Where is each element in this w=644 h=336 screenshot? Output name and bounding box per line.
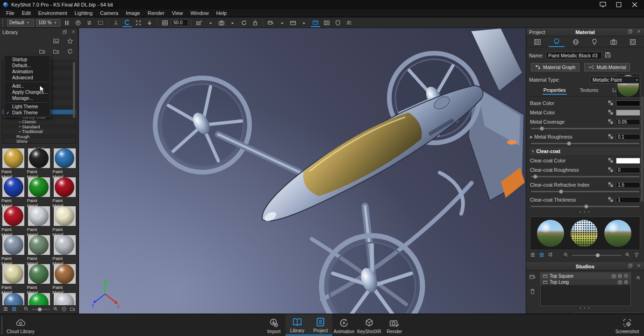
clearcoat-section-header[interactable]: ▾ Clear-coat — [530, 147, 640, 155]
toolbar-drag-handle[interactable] — [2, 19, 4, 27]
prev-studio-icon[interactable]: ◂ — [277, 19, 286, 27]
list-view-icon[interactable] — [3, 306, 8, 313]
brightness-field[interactable] — [172, 19, 188, 26]
splitter-handle[interactable]: • • • — [526, 306, 644, 310]
tree-item-rough[interactable]: Rough — [2, 134, 76, 139]
clearcoat-ri-field[interactable] — [616, 182, 640, 188]
menu-window[interactable]: Window — [187, 10, 212, 16]
preset-dropdown[interactable]: Default▾ — [7, 19, 34, 27]
save-material-icon[interactable] — [604, 51, 611, 59]
menu-camera[interactable]: Camera — [97, 10, 122, 16]
menu-edit[interactable]: Edit — [19, 10, 34, 16]
texture-map-icon[interactable] — [608, 119, 614, 126]
tree-item-classic[interactable]: ▸Classic — [2, 119, 76, 124]
material-thumb[interactable]: Paint Metal... — [52, 206, 77, 235]
upload-cloud-icon[interactable] — [61, 306, 67, 313]
tab-lighting-icon[interactable] — [587, 36, 602, 47]
metal-coverage-field[interactable] — [616, 119, 640, 125]
menu-lighting[interactable]: Lighting — [71, 10, 96, 16]
thumbnail-size-slider[interactable] — [32, 309, 50, 310]
material-graph-button[interactable]: Material Graph — [531, 63, 580, 71]
studio-row-top-square[interactable]: Top Square — [541, 273, 630, 279]
multi-material-button[interactable]: Multi-Material — [584, 63, 630, 71]
material-thumb[interactable]: Paint Metal... — [27, 177, 51, 206]
material-type-dropdown[interactable]: Metallic Paint▾ — [590, 76, 640, 84]
realtime-viewport[interactable]: y z x — [79, 28, 526, 314]
project-material-thumb[interactable] — [537, 220, 564, 247]
menu-image[interactable]: Image — [122, 10, 143, 16]
refresh-library-icon[interactable] — [67, 48, 73, 56]
tab-properties[interactable]: Properties — [543, 87, 567, 95]
tab-material-icon[interactable] — [549, 36, 565, 47]
splitter-handle[interactable]: • • • — [526, 210, 644, 214]
tree-view-icon[interactable] — [548, 252, 553, 259]
tab-image-icon[interactable] — [625, 36, 641, 47]
camera-icon[interactable] — [217, 19, 226, 27]
material-thumb[interactable]: Paint Metal... — [52, 264, 77, 293]
menu-item-animation[interactable]: Animation — [4, 69, 50, 75]
metal-roughness-slider[interactable] — [531, 143, 639, 144]
filter-icon[interactable] — [634, 252, 639, 259]
material-thumb[interactable]: Paint Metal... — [1, 148, 26, 177]
import-button[interactable]: Import — [262, 314, 286, 336]
thumbnail-size-slider[interactable] — [572, 255, 622, 256]
texture-map-icon[interactable] — [608, 182, 614, 189]
menu-file[interactable]: File — [3, 10, 18, 16]
delete-studio-icon[interactable] — [529, 288, 536, 296]
texture-map-icon[interactable] — [608, 196, 614, 203]
collapse-studios-icon[interactable] — [635, 274, 641, 281]
list-view-icon[interactable] — [530, 252, 536, 259]
clearcoat-roughness-slider[interactable] — [531, 176, 639, 177]
add-studio-icon[interactable] — [529, 273, 536, 281]
expand-arrow-icon[interactable]: ▶ — [530, 135, 533, 139]
reset-camera-icon[interactable] — [239, 19, 249, 27]
tab-textures[interactable]: Textures — [579, 87, 600, 95]
material-thumb[interactable]: Paint Metal... — [1, 293, 26, 305]
animation-button[interactable]: Animation — [332, 314, 356, 336]
properties-scrollbar[interactable] — [641, 97, 644, 202]
screenshot-button[interactable]: Screenshot — [612, 314, 642, 336]
close-button[interactable] — [631, 1, 638, 8]
material-thumb[interactable]: Paint Metal... — [52, 177, 77, 206]
realtime-render-icon[interactable] — [122, 19, 132, 27]
ribbon-drag-handle[interactable] — [1, 316, 3, 335]
people-icon[interactable] — [344, 19, 354, 27]
performance-mode-icon[interactable] — [73, 19, 83, 27]
material-thumb[interactable]: Paint Metal... — [1, 235, 26, 264]
add-studio-icon[interactable] — [266, 19, 275, 27]
menu-item-light-theme[interactable]: Light Theme — [4, 104, 50, 110]
add-subfolder-icon[interactable] — [53, 48, 59, 56]
keyshotxr-button[interactable]: KeyShotXR — [356, 314, 383, 336]
project-button[interactable]: Project — [309, 314, 332, 336]
menu-item-manage[interactable]: Manage... — [4, 95, 50, 101]
menu-item-default[interactable]: Default... — [4, 63, 50, 69]
zoom-out-icon[interactable] — [563, 252, 569, 259]
close-panel-icon[interactable] — [637, 263, 641, 269]
metal-color-swatch[interactable] — [616, 110, 640, 116]
multi-monitor-icon[interactable] — [599, 1, 607, 8]
tree-item-traditional[interactable]: ▸Traditional — [2, 129, 76, 133]
material-thumb[interactable]: Paint Metal... — [27, 148, 51, 177]
material-name-input[interactable] — [546, 52, 602, 59]
texture-map-icon[interactable] — [608, 157, 614, 164]
add-camera-icon[interactable] — [194, 19, 204, 27]
menu-item-advanced[interactable]: Advanced — [4, 75, 50, 81]
material-thumb[interactable]: Paint Metal... — [52, 235, 77, 264]
add-folder-icon[interactable] — [39, 48, 45, 56]
tree-item-standard[interactable]: ▸Standard — [2, 124, 76, 129]
material-thumb[interactable]: Paint Metal... — [1, 206, 26, 235]
textures-tab-icon[interactable] — [53, 38, 59, 45]
folder-settings-icon[interactable] — [70, 306, 75, 313]
tab-scene-icon[interactable] — [530, 36, 545, 47]
texture-map-icon[interactable] — [608, 100, 614, 107]
library-button[interactable]: Library — [286, 314, 309, 336]
zoom-out-icon[interactable] — [23, 306, 29, 313]
shield-icon[interactable] — [333, 19, 343, 27]
clearcoat-thickness-slider[interactable] — [531, 206, 639, 207]
render-button[interactable]: Render — [383, 314, 406, 336]
brightness-grid-icon[interactable] — [160, 19, 170, 27]
fullscreen-icon[interactable] — [134, 19, 143, 27]
texture-map-icon[interactable] — [608, 133, 614, 140]
menu-item-startup[interactable]: Startup — [4, 56, 50, 63]
tab-camera-icon[interactable] — [606, 36, 622, 47]
